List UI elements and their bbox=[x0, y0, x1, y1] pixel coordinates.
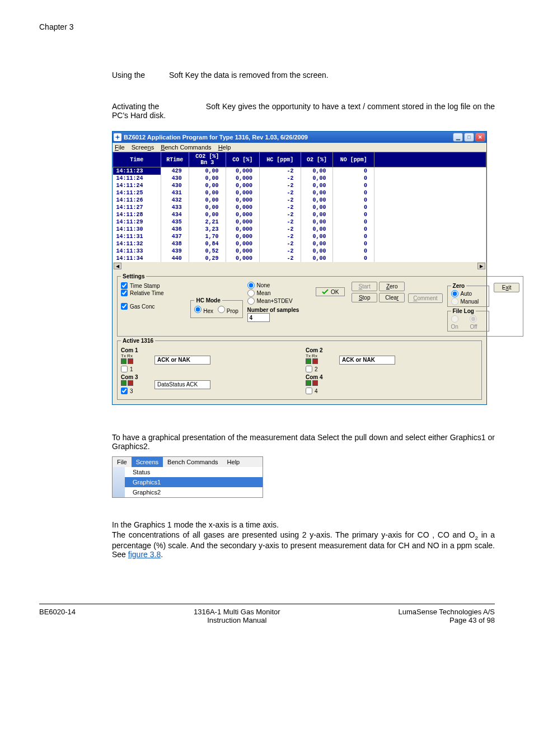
hex-radio[interactable]: Hex bbox=[194, 306, 213, 314]
menubar: FFileile Screens Bench Commands Help bbox=[113, 143, 486, 152]
col-hc: HC [ppm] bbox=[260, 152, 301, 167]
com2-leds bbox=[306, 358, 318, 364]
col-no: NO [ppm] bbox=[333, 152, 374, 167]
time-stamp-checkbox[interactable]: Time Stamp bbox=[121, 282, 186, 289]
num-samples-label: Number of samples bbox=[247, 307, 312, 313]
stop-button[interactable]: Stop bbox=[352, 293, 377, 302]
paragraph-1: Using the Soft Key the data is removed f… bbox=[112, 71, 495, 80]
filelog-group: File Log On Off bbox=[447, 308, 490, 332]
exit-button[interactable]: Exit bbox=[494, 283, 519, 292]
active-group: Active 1316 Com 1 Tx Rx 1 ACK or NAK Com… bbox=[117, 338, 482, 400]
table-row: 14:11:264320,000,000-20,000 bbox=[113, 197, 486, 204]
ms-bench[interactable]: Bench Commands bbox=[163, 457, 223, 467]
com3-status: DataStatus ACK bbox=[154, 380, 210, 389]
hc-mode-group: HC Mode Hex Prop bbox=[190, 297, 242, 318]
com4-checkbox[interactable]: 4 bbox=[306, 388, 334, 394]
footer-right: LumaSense Technologies A/SPage 43 of 98 bbox=[399, 608, 495, 624]
data-table: Time RTime CO2 [%]Bn 3 CO [%] HC [ppm] O… bbox=[113, 152, 486, 262]
stat-meanstdev-radio[interactable]: Mean+STDEV bbox=[247, 297, 312, 305]
com3-leds bbox=[121, 380, 133, 386]
ms-file[interactable]: File bbox=[113, 457, 132, 467]
col-co2: CO2 [%]Bn 3 bbox=[189, 152, 226, 167]
chapter-heading: Chapter 3 bbox=[39, 22, 495, 31]
filelog-off-radio[interactable]: Off bbox=[470, 315, 485, 330]
page-footer: BE6020-14 1316A-1 Multi Gas MonitorInstr… bbox=[39, 604, 495, 624]
titlebar: BZ6012 Application Program for Type 1316… bbox=[113, 132, 486, 143]
col-rtime: RTime bbox=[161, 152, 189, 167]
col-time: Time bbox=[113, 152, 161, 167]
maximize-button[interactable]: □ bbox=[464, 133, 474, 142]
com3-label: Com 3 bbox=[121, 374, 149, 380]
app-window: BZ6012 Application Program for Type 1316… bbox=[112, 131, 487, 405]
filelog-on-radio[interactable]: On bbox=[451, 315, 467, 330]
zero-button[interactable]: Zero bbox=[379, 282, 405, 291]
ms-graphics2[interactable]: Graphics2 bbox=[125, 487, 263, 497]
com4-leds bbox=[306, 380, 318, 386]
prop-radio[interactable]: Prop bbox=[218, 306, 238, 314]
menu-file[interactable]: FFileile bbox=[115, 144, 125, 151]
stat-none-radio[interactable]: None bbox=[247, 282, 312, 289]
com2-status: ACK or NAK bbox=[339, 356, 395, 365]
table-row: 14:11:244300,000,000-20,000 bbox=[113, 175, 486, 182]
ms-screens[interactable]: Screens bbox=[132, 457, 163, 467]
paragraph-3: To have a graphical presentation of the … bbox=[112, 433, 495, 451]
table-row: 14:11:244300,000,000-20,000 bbox=[113, 182, 486, 189]
com1-leds bbox=[121, 358, 133, 364]
col-o2: O2 [%] bbox=[301, 152, 333, 167]
minimize-button[interactable]: ▁ bbox=[453, 133, 463, 142]
com2-label: Com 2 bbox=[306, 347, 334, 353]
gas-conc-checkbox[interactable]: Gas Conc bbox=[121, 303, 186, 310]
zero-auto-radio[interactable]: Auto bbox=[451, 290, 486, 297]
paragraph-2: Activating the Soft Key gives the opport… bbox=[112, 102, 495, 120]
zero-group: Zero Auto Manual bbox=[447, 283, 490, 307]
relative-time-checkbox[interactable]: Relative Time bbox=[121, 290, 186, 296]
ms-graphics1[interactable]: Graphics1 bbox=[125, 477, 263, 487]
table-row: 14:11:314371,700,000-20,000 bbox=[113, 233, 486, 240]
menu-screenshot: File Screens Bench Commands Help Status … bbox=[112, 456, 263, 498]
figure-link[interactable]: figure 3.8 bbox=[128, 550, 161, 559]
scroll-left-icon[interactable]: ◀ bbox=[114, 263, 121, 269]
table-row: 14:11:334390,520,000-20,000 bbox=[113, 248, 486, 255]
table-row: 14:11:304363,230,000-20,000 bbox=[113, 226, 486, 233]
menu-bench[interactable]: Bench Commands bbox=[161, 144, 212, 151]
com3-checkbox[interactable]: 3 bbox=[121, 388, 149, 394]
com1-checkbox[interactable]: 1 bbox=[121, 366, 149, 372]
paragraph-4a: In the Graphics 1 mode the x-axis is a t… bbox=[112, 520, 495, 529]
txrx-label-2: Tx Rx bbox=[306, 353, 334, 358]
app-icon bbox=[114, 133, 121, 141]
active-legend: Active 1316 bbox=[121, 338, 155, 344]
settings-legend: Settings bbox=[121, 273, 146, 279]
table-row: 14:11:294352,210,000-20,000 bbox=[113, 218, 486, 226]
zero-manual-radio[interactable]: Manual bbox=[451, 298, 486, 305]
menu-gutter bbox=[113, 467, 125, 497]
stat-mean-radio[interactable]: Mean bbox=[247, 290, 312, 297]
com1-status: ACK or NAK bbox=[154, 356, 210, 365]
clear-button[interactable]: Clear bbox=[379, 293, 405, 302]
com1-label: Com 1 bbox=[121, 347, 149, 353]
window-title: BZ6012 Application Program for Type 1316… bbox=[124, 134, 453, 141]
table-row: 14:11:324380,840,000-20,000 bbox=[113, 240, 486, 248]
table-row: 14:11:234290,000,000-20,000 bbox=[113, 167, 486, 175]
start-button[interactable]: Start bbox=[352, 282, 377, 291]
scroll-right-icon[interactable]: ▶ bbox=[477, 263, 485, 269]
settings-group: Settings Time Stamp Relative Time Gas Co… bbox=[117, 273, 523, 337]
com4-label: Com 4 bbox=[306, 374, 334, 380]
footer-left: BE6020-14 bbox=[39, 608, 76, 624]
table-row: 14:11:274330,000,000-20,000 bbox=[113, 204, 486, 211]
ms-help[interactable]: Help bbox=[223, 457, 245, 467]
txrx-label-1: Tx Rx bbox=[121, 353, 149, 358]
table-row: 14:11:344400,290,000-20,000 bbox=[113, 255, 486, 262]
menu-screens[interactable]: Screens bbox=[132, 144, 154, 151]
menu-help[interactable]: Help bbox=[218, 144, 231, 151]
com2-checkbox[interactable]: 2 bbox=[306, 366, 334, 372]
footer-center: 1316A-1 Multi Gas MonitorInstruction Man… bbox=[194, 608, 280, 624]
comment-button[interactable]: Comment bbox=[408, 293, 442, 303]
table-row: 14:11:254310,000,000-20,000 bbox=[113, 189, 486, 197]
paragraph-4b: The concentrations of all gases are pres… bbox=[112, 530, 495, 559]
close-button[interactable]: ✕ bbox=[475, 133, 485, 142]
horizontal-scrollbar[interactable]: ◀ ▶ bbox=[113, 262, 486, 270]
ms-status[interactable]: Status bbox=[125, 467, 263, 477]
num-samples-input[interactable] bbox=[247, 313, 270, 322]
col-co: CO [%] bbox=[226, 152, 260, 167]
ok-button[interactable]: OK bbox=[316, 287, 345, 296]
